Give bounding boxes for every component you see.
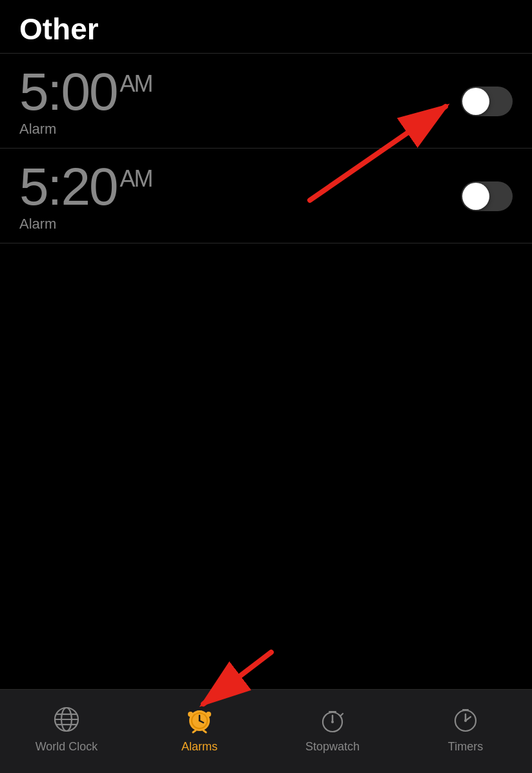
tab-stopwatch[interactable]: Stopwatch	[266, 703, 399, 754]
tab-timers-label: Timers	[448, 740, 483, 754]
timer-icon	[449, 703, 482, 736]
tab-bar: World Clock	[0, 689, 532, 773]
alarm-time-1: 5:00AM	[19, 65, 152, 118]
svg-point-16	[331, 721, 334, 723]
alarm-time-2: 5:20AM	[19, 160, 152, 213]
alarm-item-2[interactable]: 5:20AM Alarm	[0, 149, 532, 243]
stopwatch-icon	[316, 703, 349, 736]
svg-point-12	[188, 712, 193, 717]
alarm-toggle-1[interactable]	[461, 87, 513, 116]
svg-point-13	[206, 712, 211, 717]
toggle-knob-1	[462, 88, 489, 115]
svg-line-19	[341, 714, 343, 716]
alarm-item-1[interactable]: 5:00AM Alarm	[0, 54, 532, 148]
tab-alarms[interactable]: Alarms	[133, 703, 266, 754]
page-container: Other 5:00AM Alarm 5:20AM Alarm	[0, 0, 532, 773]
svg-line-10	[193, 730, 196, 732]
tab-stopwatch-label: Stopwatch	[305, 740, 360, 754]
tab-world-clock[interactable]: World Clock	[0, 703, 133, 754]
svg-line-11	[203, 730, 206, 732]
alarm-ampm-2: AM	[120, 165, 152, 192]
alarm-ampm-1: AM	[120, 70, 152, 97]
header: Other	[0, 0, 532, 53]
alarm-label-2: Alarm	[19, 216, 152, 232]
alarm-clock-icon	[183, 703, 216, 736]
alarm-item-1-left: 5:00AM Alarm	[19, 65, 152, 138]
alarm-divider-2	[0, 243, 532, 243]
svg-point-23	[464, 719, 467, 722]
alarm-item-2-left: 5:20AM Alarm	[19, 160, 152, 232]
alarm-list: 5:00AM Alarm 5:20AM Alarm	[0, 54, 532, 689]
alarm-toggle-2[interactable]	[461, 181, 513, 211]
tab-world-clock-label: World Clock	[36, 740, 98, 754]
tab-timers[interactable]: Timers	[399, 703, 532, 754]
globe-icon	[50, 703, 83, 736]
tab-alarms-label: Alarms	[181, 740, 218, 754]
page-title: Other	[19, 12, 513, 46]
toggle-knob-2	[462, 183, 489, 210]
alarm-label-1: Alarm	[19, 121, 152, 138]
